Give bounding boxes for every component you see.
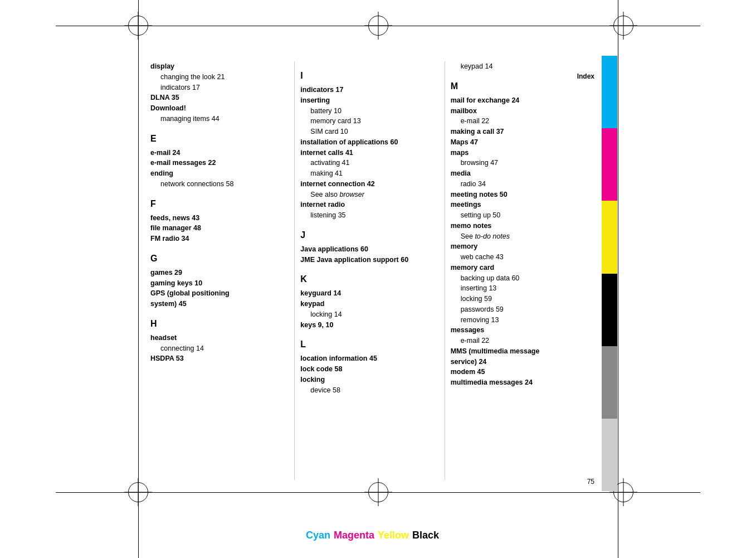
list-item: network connections 58 (150, 179, 289, 190)
list-item: modem 45 (451, 367, 589, 377)
column-2: Iindicators 17insertingbattery 10memory … (295, 61, 444, 480)
list-item: K (300, 273, 438, 286)
list-item: DLNA 35 (150, 93, 289, 103)
list-item: G (150, 252, 289, 265)
gray2-bar (602, 419, 617, 491)
list-item: e-mail messages 22 (150, 158, 289, 168)
list-item: display (150, 61, 289, 72)
list-item: inserting (300, 95, 438, 106)
list-item: headset (150, 333, 289, 343)
list-item: mail for exchange 24 (451, 95, 589, 106)
list-item: Java applications 60 (300, 244, 438, 255)
list-item: F (150, 197, 289, 211)
list-item: meetings (451, 200, 589, 210)
list-item: making 41 (300, 168, 438, 179)
list-item: SIM card 10 (300, 127, 438, 137)
trim-line-left (138, 0, 139, 558)
list-item: GPS (global positioning (150, 288, 289, 299)
list-item: indicators 17 (300, 85, 438, 95)
list-item: FM radio 34 (150, 234, 289, 244)
list-item: games 29 (150, 268, 289, 278)
list-item: J (300, 229, 438, 242)
list-item: E (150, 132, 289, 145)
cyan-bar (602, 56, 617, 128)
list-item: device 58 (300, 385, 438, 396)
column-3: keypad 14Mmail for exchange 24mailboxe-m… (445, 61, 594, 480)
reg-mark-bottom-center (368, 482, 388, 502)
list-item: location information 45 (300, 353, 438, 364)
list-item: L (300, 338, 438, 351)
list-item: e-mail 22 (451, 116, 589, 127)
list-item: listening 35 (300, 210, 438, 221)
list-item: keyguard 14 (300, 288, 438, 299)
list-item: service) 24 (451, 357, 589, 367)
list-item: e-mail 24 (150, 148, 289, 158)
list-item: battery 10 (300, 106, 438, 117)
black-label: Black (412, 530, 439, 541)
list-item: See also browser (300, 190, 438, 200)
list-item: HSDPA 53 (150, 353, 289, 364)
list-item: changing the look 21 (150, 72, 289, 83)
list-item: mailbox (451, 106, 589, 117)
magenta-bar (602, 128, 617, 201)
list-item: feeds, news 43 (150, 213, 289, 224)
list-item: internet connection 42 (300, 179, 438, 190)
gray1-bar (602, 346, 617, 419)
list-item: making a call 37 (451, 127, 589, 137)
trim-line-top (56, 26, 700, 26)
list-item: managing items 44 (150, 114, 289, 124)
list-item: setting up 50 (451, 210, 589, 221)
list-item: keys 9, 10 (300, 320, 438, 331)
magenta-label: Magenta (334, 530, 374, 541)
list-item: memory card 13 (300, 116, 438, 127)
list-item: passwords 59 (451, 304, 589, 315)
list-item: connecting 14 (150, 343, 289, 354)
list-item: file manager 48 (150, 223, 289, 234)
list-item: locking 59 (451, 294, 589, 304)
trim-line-right (618, 0, 618, 558)
column-1: displaychanging the look 21indicators 17… (150, 61, 294, 480)
list-item: system) 45 (150, 299, 289, 309)
list-item: See to-do notes (451, 231, 589, 242)
list-item: indicators 17 (150, 83, 289, 93)
bottom-color-strip: Cyan Magenta Yellow Black (150, 530, 594, 541)
list-item: memory (451, 241, 589, 252)
black-bar (602, 274, 617, 346)
list-item: lock code 58 (300, 364, 438, 375)
list-item: removing 13 (451, 315, 589, 326)
list-item: H (150, 317, 289, 331)
list-item: M (451, 80, 589, 93)
list-item: multimedia messages 24 (451, 377, 589, 388)
list-item: media (451, 168, 589, 179)
list-item: Download! (150, 103, 289, 114)
list-item: keypad 14 (451, 61, 589, 72)
list-item: installation of applications 60 (300, 137, 438, 148)
list-item: Maps 47 (451, 137, 589, 148)
cyan-label: Cyan (306, 530, 330, 541)
list-item: internet calls 41 (300, 148, 438, 158)
list-item: locking (300, 375, 438, 385)
yellow-bar (602, 201, 617, 273)
list-item: messages (451, 325, 589, 336)
content-area: displaychanging the look 21indicators 17… (150, 61, 594, 480)
list-item: radio 34 (451, 179, 589, 190)
list-item: keypad (300, 299, 438, 309)
list-item: web cache 43 (451, 252, 589, 263)
list-item: browsing 47 (451, 158, 589, 168)
list-item: activating 41 (300, 158, 438, 168)
list-item: gaming keys 10 (150, 278, 289, 289)
list-item: inserting 13 (451, 283, 589, 294)
list-item: backing up data 60 (451, 273, 589, 284)
list-item: locking 14 (300, 309, 438, 320)
list-item: memory card (451, 263, 589, 273)
list-item: e-mail 22 (451, 336, 589, 346)
list-item: MMS (multimedia message (451, 346, 589, 357)
list-item: meeting notes 50 (451, 190, 589, 200)
list-item: ending (150, 168, 289, 179)
list-item: maps (451, 148, 589, 158)
yellow-label: Yellow (378, 530, 409, 541)
list-item: memo notes (451, 221, 589, 231)
list-item: internet radio (300, 200, 438, 210)
list-item: I (300, 69, 438, 83)
color-bars (602, 56, 617, 491)
